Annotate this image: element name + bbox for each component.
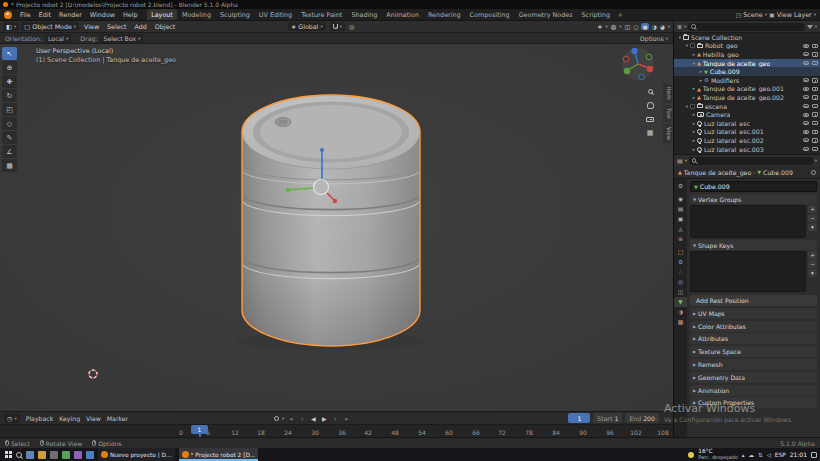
- sidebar-tab-item[interactable]: Item: [663, 84, 672, 103]
- shape-key-specials-button[interactable]: ▾: [808, 269, 817, 277]
- hide-viewport-icon[interactable]: [803, 44, 809, 48]
- timeline-menu-marker[interactable]: Marker: [107, 415, 128, 422]
- sidebar-tab-view[interactable]: View: [663, 124, 672, 143]
- start-button[interactable]: [5, 451, 8, 454]
- properties-tab-render[interactable]: ◉: [674, 194, 687, 204]
- notification-center-icon[interactable]: [811, 452, 817, 458]
- panel-remesh[interactable]: ▶Remesh: [690, 359, 817, 370]
- outliner-editor-icon[interactable]: ≣: [677, 23, 682, 30]
- outliner-item-luz-lateral-esc-001[interactable]: ▸ Luz lateral_esc.001: [674, 128, 820, 137]
- disable-render-icon[interactable]: [812, 121, 818, 126]
- tab-animation[interactable]: Animation: [382, 9, 424, 20]
- outliner-display-mode-dropdown[interactable]: ▾: [684, 24, 686, 29]
- disable-render-icon[interactable]: [812, 112, 818, 117]
- disable-render-icon[interactable]: [812, 130, 818, 135]
- tool-add-cube[interactable]: ▦: [2, 159, 17, 172]
- outliner-item-robot-geo[interactable]: ▾ Robot_geo: [674, 42, 820, 51]
- auto-keyframe-button[interactable]: [274, 416, 279, 421]
- shading-rendered-button[interactable]: ◕: [660, 24, 665, 30]
- disable-render-icon[interactable]: [812, 52, 818, 57]
- transform-orientation-dropdown[interactable]: ∗Global▾: [288, 22, 326, 31]
- properties-tab-material[interactable]: ◑: [674, 307, 687, 317]
- properties-search-input[interactable]: [689, 157, 813, 165]
- properties-tab-texture[interactable]: ▩: [674, 317, 687, 327]
- vertex-groups-list[interactable]: [690, 205, 806, 238]
- properties-tab-scene[interactable]: ◬: [674, 224, 687, 234]
- menu-edit[interactable]: Edit: [35, 11, 55, 19]
- shading-wireframe-button[interactable]: ○: [633, 24, 638, 30]
- taskbar-search-icon[interactable]: [16, 452, 22, 458]
- breadcrumb-data[interactable]: Cube.009: [763, 169, 793, 176]
- scene-dropdown-chevron[interactable]: ▾: [765, 12, 767, 17]
- properties-tab-object-data[interactable]: ▼: [674, 297, 687, 307]
- jump-to-start-button[interactable]: «: [287, 415, 295, 422]
- panel-shape-keys[interactable]: ▼ Shape Keys: [690, 240, 817, 250]
- mode-dropdown[interactable]: ▢Object Mode▾: [21, 22, 79, 31]
- shape-key-add-button[interactable]: +: [808, 251, 817, 259]
- gizmos-dropdown[interactable]: ▾: [606, 24, 608, 29]
- gizmo-y-ball[interactable]: [624, 68, 630, 74]
- panel-custom-properties[interactable]: ▶Custom Properties: [690, 397, 817, 408]
- shading-solid-button[interactable]: ●: [641, 23, 649, 30]
- gizmo-x-handle[interactable]: [333, 199, 337, 203]
- tab-geometry-nodes[interactable]: Geometry Nodes: [514, 9, 577, 20]
- frame-end-field[interactable]: End200: [625, 413, 659, 423]
- outliner-item-escena[interactable]: ▾ escena: [674, 102, 820, 111]
- hide-viewport-icon[interactable]: [803, 121, 809, 125]
- outliner-item-hebilla-geo[interactable]: ▸ ▲ Hebilla_geo: [674, 50, 820, 59]
- taskbar-clock[interactable]: 21:01: [790, 451, 807, 458]
- overlays-dropdown[interactable]: ▾: [619, 24, 621, 29]
- tool-options-dropdown[interactable]: Options: [640, 35, 664, 42]
- shading-material-button[interactable]: ◑: [652, 24, 657, 30]
- 3d-viewport[interactable]: ↖ ⊕ ✚ ↻ ◰ ◇ ✎ ∠ ▦ User Perspective (Loca…: [0, 44, 673, 411]
- proportional-editing-toggle[interactable]: ◎: [349, 23, 355, 30]
- disable-render-icon[interactable]: [812, 147, 818, 152]
- gizmo-neg-z-ball[interactable]: [639, 74, 645, 80]
- menu-help[interactable]: Help: [119, 11, 142, 19]
- modifier-render-toggle-icon[interactable]: [812, 78, 818, 83]
- vertex-group-add-button[interactable]: +: [808, 205, 817, 213]
- taskbar-app-icon[interactable]: [62, 451, 70, 459]
- filter-dropdown[interactable]: ▾: [815, 24, 817, 29]
- prev-keyframe-button[interactable]: ‹: [298, 415, 306, 422]
- tool-select-box[interactable]: ↖: [2, 47, 17, 60]
- next-keyframe-button[interactable]: ›: [331, 415, 339, 422]
- taskbar-app-icon[interactable]: [26, 451, 34, 459]
- gizmo-z-handle[interactable]: [320, 148, 324, 152]
- outliner-item-tanque-de-aceite-geo[interactable]: ▾ ▲ Tanque de aceite_geo: [674, 59, 820, 68]
- taskbar-app-icon[interactable]: [86, 451, 94, 459]
- hide-viewport-icon[interactable]: [803, 138, 809, 142]
- menu-select[interactable]: Select: [104, 23, 129, 30]
- tab-uv-editing[interactable]: UV Editing: [254, 9, 296, 20]
- properties-editor-icon[interactable]: ▤: [677, 157, 683, 164]
- gizmos-toggle[interactable]: ∗: [597, 23, 602, 30]
- zoom-icon[interactable]: [644, 86, 656, 96]
- properties-tab-view-layer[interactable]: ▣: [674, 214, 687, 224]
- properties-tab-output[interactable]: ▤: [674, 204, 687, 214]
- properties-tab-constraints[interactable]: ◫: [674, 287, 687, 297]
- tool-annotate[interactable]: ✎: [2, 131, 17, 144]
- tool-orientation-dropdown[interactable]: Local▾: [45, 34, 71, 43]
- disable-render-icon[interactable]: [812, 95, 818, 100]
- outliner-item-luz-lateral-esc[interactable]: ▸ Luz lateral_esc: [674, 119, 820, 128]
- sidebar-tab-tool[interactable]: Tool: [663, 105, 672, 122]
- outliner-item-luz-lateral-esc-002[interactable]: ▸ Luz lateral_esc.002: [674, 136, 820, 145]
- pan-hand-icon[interactable]: [644, 100, 656, 110]
- outliner-item-modifiers[interactable]: ▸ ⚙ Modifiers: [674, 76, 820, 85]
- panel-geometry-data[interactable]: ▶Geometry Data: [690, 372, 817, 383]
- camera-view-icon[interactable]: [644, 114, 656, 124]
- shape-keys-list[interactable]: [690, 251, 806, 292]
- tab-modeling[interactable]: Modeling: [177, 9, 215, 20]
- modifier-viewport-toggle-icon[interactable]: [803, 78, 809, 82]
- tab-compositing[interactable]: Compositing: [465, 9, 514, 20]
- panel-texture-space[interactable]: ▶Texture Space: [690, 346, 817, 357]
- hide-viewport-icon[interactable]: [803, 113, 809, 117]
- filter-icon[interactable]: [807, 25, 813, 29]
- gizmo-neg-x-ball[interactable]: [623, 56, 629, 62]
- disable-render-icon[interactable]: [812, 87, 818, 92]
- tool-move[interactable]: ✚: [2, 75, 17, 88]
- menu-object[interactable]: Object: [152, 23, 179, 30]
- overlays-toggle[interactable]: ◍: [611, 23, 617, 30]
- properties-tab-tool[interactable]: ⚙: [674, 181, 687, 191]
- snap-toggle[interactable]: ▾: [330, 22, 345, 31]
